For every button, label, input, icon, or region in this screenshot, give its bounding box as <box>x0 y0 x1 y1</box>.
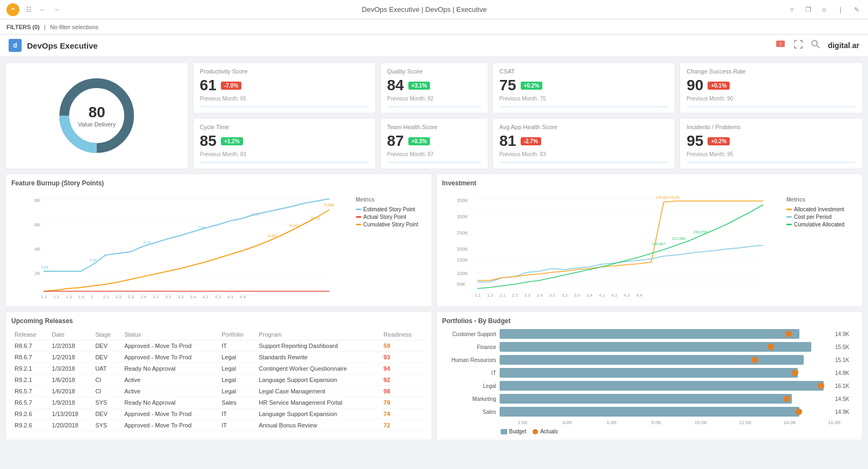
legend-actual-label: Actual Story Point <box>364 214 406 220</box>
releases-table-card: Upcoming Releases Release Date Stage Sta… <box>5 311 432 440</box>
table-row: R9.2.61/13/2018DEVApproved - Move To Pro… <box>11 408 426 420</box>
kpi-team-health-value: 87 <box>387 132 404 150</box>
table-cell: Active <box>121 374 218 386</box>
portfolio-budget-value: 15.1K <box>835 357 857 363</box>
back-icon[interactable]: ← <box>38 5 48 15</box>
portfolio-actual-dot <box>768 344 774 350</box>
svg-text:212,988: 212,988 <box>671 237 685 240</box>
svg-text:150K: 150K <box>456 257 468 263</box>
filter-separator: | <box>44 24 46 30</box>
svg-text:8K: 8K <box>35 198 41 203</box>
app-logo[interactable] <box>6 3 19 16</box>
alert-icon[interactable]: ! <box>775 39 786 51</box>
kpi-app-health: Avg App Health Score 81 -2.7% Previous M… <box>493 118 676 169</box>
svg-text:4.2: 4.2 <box>611 293 617 298</box>
legend-cost-period-label: Cost per Period <box>794 214 831 220</box>
table-cell: R6.5.7 <box>11 386 49 397</box>
top-bar-right: ▿ ❐ ☺ | ✎ <box>787 5 862 15</box>
svg-text:4.1: 4.1 <box>598 293 605 298</box>
investment-legend: Metrics Allocated Investment Cost per Pe… <box>786 191 857 301</box>
portfolio-bar <box>500 368 798 378</box>
charts-row: Feature Burnup (Story Points) 8K 6K 4K 2… <box>5 173 863 307</box>
table-cell: R8.6.7 <box>11 340 49 352</box>
portfolio-bar-wrap <box>500 368 832 378</box>
table-row: R9.2.11/6/2018CIActiveLegalLanguage Supp… <box>11 374 426 386</box>
table-cell: SYS <box>92 397 121 408</box>
table-cell: Standards Rewrite <box>255 352 380 363</box>
filter-bar: FILTERS (0) | No filter selections <box>0 19 868 35</box>
table-cell: R9.2.6 <box>11 420 49 431</box>
table-cell: 1/9/2018 <box>49 397 92 408</box>
filter-icon[interactable]: ▿ <box>787 5 797 15</box>
col-release: Release <box>11 329 49 340</box>
col-status: Status <box>121 329 218 340</box>
kpi-change-success-prev: Previous Month: 90 <box>687 96 856 102</box>
col-program: Program <box>255 329 380 340</box>
portfolio-bar-wrap <box>500 407 832 417</box>
kpi-incidents-title: Incidents / Problems <box>687 124 856 130</box>
kpi-csat-prev: Previous Month: 75 <box>500 96 669 102</box>
kpi-change-success-badge: +0.1% <box>708 82 730 90</box>
kpi-incidents-prev: Previous Month: 95 <box>687 151 856 157</box>
user-icon[interactable]: ☺ <box>819 5 829 15</box>
table-cell: 1/6/2018 <box>49 386 92 397</box>
burnup-title: Feature Burnup (Story Points) <box>11 179 426 187</box>
legend-allocated: Allocated Investment <box>786 206 857 212</box>
svg-text:3.3: 3.3 <box>574 293 580 298</box>
svg-text:375.0K: 375.0K <box>668 196 680 199</box>
svg-text:375.0K: 375.0K <box>655 196 668 199</box>
dash-header-right: ! digital.ar <box>775 39 859 51</box>
kpi-change-success: Change Success Rate 90 +0.1% Previous Mo… <box>679 62 863 113</box>
svg-text:2.3: 2.3 <box>524 293 530 298</box>
separator: | <box>836 5 845 15</box>
forward-icon[interactable]: → <box>52 5 62 15</box>
svg-text:3.1: 3.1 <box>153 294 159 299</box>
svg-text:9,421: 9,421 <box>311 216 321 220</box>
portfolio-actual-dot <box>784 396 790 402</box>
nav-icon-1[interactable]: ☷ <box>24 5 33 15</box>
table-cell: Legal <box>218 374 255 386</box>
kpi-cycle-time-bar <box>200 162 369 163</box>
kpi-cycle-time-value: 85 <box>200 132 217 150</box>
table-cell: Approved - Move To Prod <box>121 340 218 352</box>
kpi-csat-bar <box>500 106 669 108</box>
table-cell: IT <box>218 408 255 420</box>
svg-text:8,491: 8,491 <box>268 234 278 238</box>
svg-text:9,938: 9,938 <box>325 203 334 207</box>
svg-text:2K: 2K <box>35 271 41 276</box>
filter-label[interactable]: FILTERS (0) <box>6 24 40 30</box>
portfolios-chart: Customer Support14.9KFinance15.5KHuman R… <box>442 329 857 417</box>
svg-text:2.2: 2.2 <box>116 294 122 299</box>
burnup-legend: Metrics Estimated Story Point Actual Sto… <box>356 191 426 301</box>
kpi-incidents-bar <box>687 162 856 163</box>
list-item: Finance15.5K <box>442 342 857 352</box>
share-icon[interactable]: ❐ <box>803 5 813 15</box>
kpi-change-success-value: 90 <box>687 77 703 94</box>
table-row: R6.5.71/6/2018CIActiveLegalLegal Case Ma… <box>11 386 426 397</box>
kpi-app-health-value: 81 <box>500 132 516 150</box>
kpi-quality-value: 84 <box>387 77 404 94</box>
portfolios-legend: Budget Actuals <box>501 428 857 434</box>
table-cell: Approved - Move To Prod <box>121 420 218 431</box>
svg-text:1.1: 1.1 <box>474 293 481 298</box>
portfolio-name: Customer Support <box>442 331 496 337</box>
portfolios-chart-card: Portfolios - By Budget Customer Support1… <box>436 311 863 440</box>
legend-cumulative-allocated: Cumulative Allocated <box>786 222 857 227</box>
expand-icon[interactable] <box>793 39 803 51</box>
portfolio-name: Legal <box>442 383 496 389</box>
table-cell: Sales <box>218 397 255 408</box>
table-cell: Ready No Approval <box>121 363 218 374</box>
table-cell: 74 <box>380 408 426 420</box>
portfolio-budget-value: 14.8K <box>835 370 857 376</box>
svg-text:195,867: 195,867 <box>651 242 665 246</box>
svg-text:300K: 300K <box>456 214 468 219</box>
svg-text:3.4: 3.4 <box>586 293 593 298</box>
col-stage: Stage <box>92 329 121 340</box>
portfolio-bar <box>500 407 800 417</box>
portfolio-bar-wrap <box>500 342 832 352</box>
edit-icon[interactable]: ✎ <box>852 5 862 15</box>
top-bar: ☷ ← → DevOps Executive | DevOps | Execut… <box>0 0 868 19</box>
legend-cost-period: Cost per Period <box>786 214 857 220</box>
search-icon[interactable] <box>811 39 820 51</box>
portfolio-actual-dot <box>792 370 798 376</box>
